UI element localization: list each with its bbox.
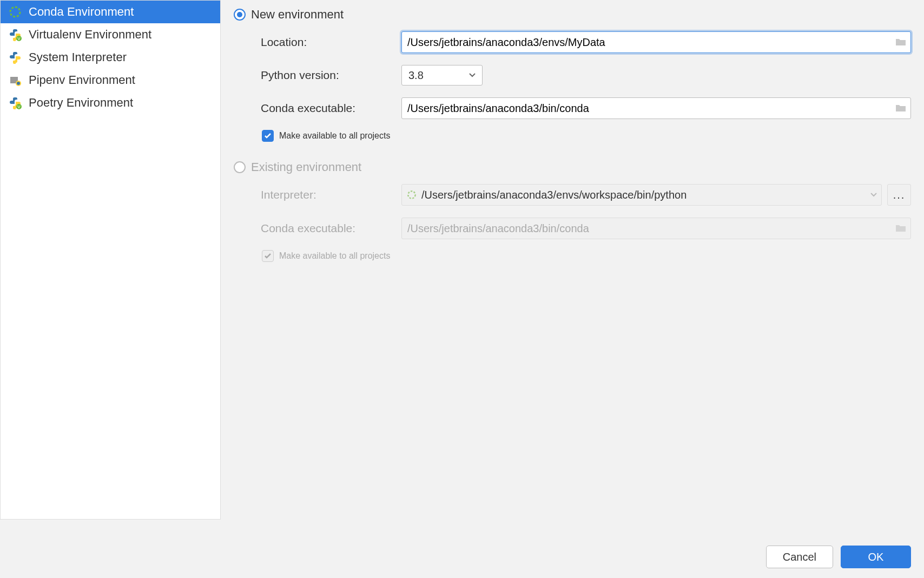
sidebar-item-label: System Interpreter: [29, 50, 127, 64]
interpreter-label: Interpreter:: [261, 188, 401, 201]
conda-exec-label: Conda executable:: [261, 102, 401, 115]
svg-point-4: [17, 82, 20, 85]
radio-label: Existing environment: [251, 160, 361, 174]
make-available-label: Make available to all projects: [279, 131, 390, 141]
browse-conda-exec-button[interactable]: [891, 98, 910, 119]
checkbox-checked-icon: [262, 130, 274, 142]
location-input[interactable]: [402, 33, 891, 52]
conda-icon: [8, 5, 22, 19]
python-version-value: 3.8: [408, 69, 424, 82]
python-version-select[interactable]: 3.8: [401, 65, 483, 86]
main-panel: New environment Location: Python version…: [221, 0, 924, 578]
existing-make-available-label: Make available to all projects: [279, 251, 390, 261]
interpreter-browse-button[interactable]: ...: [887, 184, 911, 206]
svg-point-7: [408, 191, 415, 198]
python-venv-icon: V: [8, 96, 22, 110]
location-input-wrap: [401, 31, 911, 53]
interpreter-select[interactable]: /Users/jetbrains/anaconda3/envs/workspac…: [401, 184, 882, 206]
sidebar-item-pipenv[interactable]: Pipenv Environment: [1, 69, 220, 91]
location-label: Location:: [261, 36, 401, 49]
cancel-button[interactable]: Cancel: [766, 546, 833, 568]
sidebar-item-label: Pipenv Environment: [29, 73, 135, 87]
existing-conda-exec-input-wrap: [401, 218, 911, 239]
browse-existing-conda-exec-button[interactable]: [891, 218, 910, 239]
sidebar-item-poetry[interactable]: V Poetry Environment: [1, 91, 220, 114]
existing-conda-exec-input[interactable]: [402, 219, 891, 238]
new-env-fields: Location: Python version: 3.8 Conda exec…: [234, 31, 911, 142]
chevron-down-icon: [870, 193, 877, 197]
dialog-root: Conda Environment V Virtualenv Environme…: [0, 0, 924, 578]
sidebar-item-conda[interactable]: Conda Environment: [1, 1, 220, 23]
sidebar-item-label: Conda Environment: [29, 5, 134, 19]
svg-point-0: [10, 7, 20, 17]
dialog-footer: Cancel OK: [766, 546, 911, 568]
browse-location-button[interactable]: [891, 32, 910, 52]
radio-new-environment[interactable]: New environment: [234, 8, 911, 22]
existing-env-fields: Interpreter: /Users/jetbrains/anaconda3/…: [234, 184, 911, 262]
pipenv-icon: [8, 73, 22, 87]
radio-unchecked-icon: [234, 161, 246, 173]
svg-text:V: V: [17, 36, 21, 41]
existing-make-available-checkbox-row[interactable]: Make available to all projects: [261, 250, 911, 262]
sidebar-item-label: Virtualenv Environment: [29, 28, 151, 42]
sidebar-item-virtualenv[interactable]: V Virtualenv Environment: [1, 23, 220, 46]
conda-exec-input[interactable]: [402, 99, 891, 118]
sidebar-item-label: Poetry Environment: [29, 96, 133, 110]
checkbox-disabled-checked-icon: [262, 250, 274, 262]
existing-conda-exec-label: Conda executable:: [261, 222, 401, 235]
make-available-checkbox-row[interactable]: Make available to all projects: [261, 130, 911, 142]
environment-type-sidebar: Conda Environment V Virtualenv Environme…: [0, 0, 221, 520]
python-icon: [8, 50, 22, 64]
chevron-down-icon: [469, 73, 476, 77]
sidebar-item-system-interpreter[interactable]: System Interpreter: [1, 46, 220, 69]
python-version-label: Python version:: [261, 69, 401, 82]
radio-checked-icon: [234, 9, 246, 21]
python-venv-icon: V: [8, 28, 22, 42]
svg-text:V: V: [17, 104, 21, 109]
radio-existing-environment[interactable]: Existing environment: [234, 160, 911, 174]
interpreter-value: /Users/jetbrains/anaconda3/envs/workspac…: [421, 189, 687, 201]
ok-button[interactable]: OK: [841, 546, 911, 568]
conda-exec-input-wrap: [401, 97, 911, 119]
radio-label: New environment: [251, 8, 344, 22]
conda-icon: [406, 189, 417, 200]
